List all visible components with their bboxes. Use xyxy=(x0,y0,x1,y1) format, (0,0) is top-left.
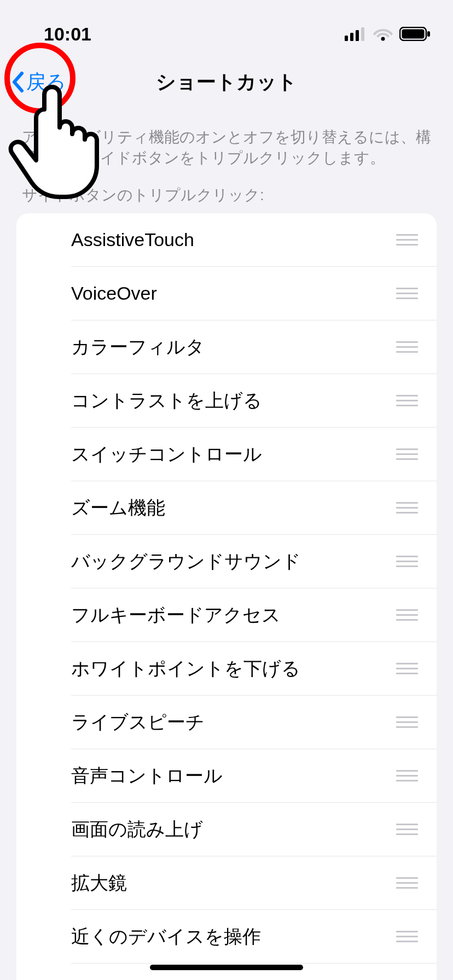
list-item[interactable]: 近くのデバイスを操作 xyxy=(16,910,437,964)
back-label: 戻る xyxy=(26,69,66,96)
item-label: ホワイトポイントを下げる xyxy=(71,656,300,681)
drag-handle-icon[interactable] xyxy=(396,609,418,621)
status-icons xyxy=(345,27,431,41)
list-item[interactable]: 音声コントロール xyxy=(16,749,437,803)
home-indicator xyxy=(150,965,303,970)
list-item[interactable]: ライブスピーチ xyxy=(16,696,437,749)
item-label: 近くのデバイスを操作 xyxy=(71,924,261,949)
svg-rect-0 xyxy=(345,36,348,41)
drag-handle-icon[interactable] xyxy=(396,341,418,353)
svg-rect-6 xyxy=(402,30,425,39)
item-label: スイッチコントロール xyxy=(71,442,262,467)
drag-handle-icon[interactable] xyxy=(396,502,418,514)
list-item[interactable]: VoiceOver xyxy=(16,267,437,320)
item-label: AssistiveTouch xyxy=(71,229,194,250)
item-label: 音声コントロール xyxy=(71,763,223,789)
page-title: ショートカット xyxy=(156,69,297,96)
item-label: 画面の読み上げ xyxy=(71,817,203,842)
list-item[interactable]: AssistiveTouch xyxy=(16,213,437,267)
list-item[interactable]: スイッチコントロール xyxy=(16,428,437,481)
wifi-icon xyxy=(373,27,393,41)
description-text: アクセシビリティ機能のオンとオフを切り替えるには、構成済みのサイドボタンをトリプ… xyxy=(0,109,453,168)
cellular-icon xyxy=(345,27,367,41)
svg-rect-1 xyxy=(350,33,353,41)
svg-rect-7 xyxy=(427,31,430,37)
item-label: VoiceOver xyxy=(71,283,157,304)
item-label: フルキーボードアクセス xyxy=(71,603,281,628)
list-item[interactable]: 画面の読み上げ xyxy=(16,803,437,856)
drag-handle-icon[interactable] xyxy=(396,663,418,674)
item-label: 左右バランス xyxy=(71,978,185,980)
list-item[interactable]: 拡大鏡 xyxy=(16,856,437,910)
shortcut-list: AssistiveTouch VoiceOver カラーフィルタ コントラストを… xyxy=(16,213,437,980)
item-label: ズーム機能 xyxy=(71,495,165,521)
drag-handle-icon[interactable] xyxy=(396,931,418,942)
section-header: サイドボタンのトリプルクリック: xyxy=(0,168,453,213)
battery-icon xyxy=(399,27,431,41)
drag-handle-icon[interactable] xyxy=(396,234,418,246)
chevron-left-icon xyxy=(11,71,24,93)
item-label: 拡大鏡 xyxy=(71,871,127,896)
item-label: カラーフィルタ xyxy=(71,335,205,360)
svg-rect-3 xyxy=(361,27,364,41)
drag-handle-icon[interactable] xyxy=(396,770,418,781)
drag-handle-icon[interactable] xyxy=(396,877,418,889)
nav-bar: 戻る ショートカット xyxy=(0,55,453,109)
item-label: コントラストを上げる xyxy=(71,388,262,413)
status-bar: 10:01 xyxy=(0,0,453,55)
drag-handle-icon[interactable] xyxy=(396,288,418,299)
list-item[interactable]: ズーム機能 xyxy=(16,481,437,535)
item-label: ライブスピーチ xyxy=(71,710,205,735)
item-label: バックグラウンドサウンド xyxy=(71,549,301,574)
list-item[interactable]: バックグラウンドサウンド xyxy=(16,535,437,588)
list-item[interactable]: カラーフィルタ xyxy=(16,320,437,374)
drag-handle-icon[interactable] xyxy=(396,395,418,406)
back-button[interactable]: 戻る xyxy=(11,69,66,96)
status-time: 10:01 xyxy=(44,24,91,45)
svg-point-4 xyxy=(381,37,385,41)
drag-handle-icon[interactable] xyxy=(396,716,418,728)
list-item[interactable]: コントラストを上げる xyxy=(16,374,437,428)
drag-handle-icon[interactable] xyxy=(396,556,418,567)
list-item[interactable]: ホワイトポイントを下げる xyxy=(16,642,437,696)
svg-rect-2 xyxy=(356,30,359,41)
drag-handle-icon[interactable] xyxy=(396,448,418,460)
drag-handle-icon[interactable] xyxy=(396,824,418,835)
list-item[interactable]: フルキーボードアクセス xyxy=(16,588,437,642)
